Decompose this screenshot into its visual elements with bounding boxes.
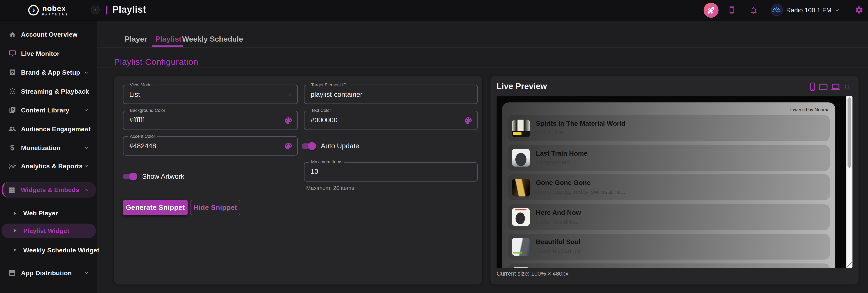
sidebar-item-streaming-playback[interactable]: Streaming & Playback	[2, 84, 96, 98]
album-art	[512, 149, 530, 166]
live-preview-title: Live Preview	[497, 82, 547, 91]
palette-icon[interactable]	[284, 142, 292, 153]
sidebar-item-weekly-schedule-widget[interactable]: Weekly Schedule Widget	[2, 243, 96, 257]
preview-fullscreen-button[interactable]	[844, 84, 850, 90]
view-mode-select[interactable]: View Mode List	[123, 85, 298, 104]
accent-color-field: Accent Color	[123, 136, 298, 156]
sidebar-item-analytics-reports[interactable]: Analytics & Reports	[2, 159, 96, 173]
sidebar-item-label: Widgets & Embeds	[21, 187, 79, 193]
rocket-launch-button[interactable]	[704, 3, 718, 18]
maximum-items-input[interactable]	[305, 163, 477, 181]
album-art	[512, 119, 530, 137]
preview-scrollbar[interactable]	[846, 96, 852, 268]
view-mode-value: List	[129, 91, 140, 99]
sidebar-item-web-player[interactable]: Web Player	[2, 206, 96, 220]
settings-box-icon	[8, 69, 16, 76]
section-heading: Playlist Configuration	[114, 57, 198, 67]
tab-player[interactable]: Player	[125, 35, 147, 43]
track-title: Beautiful Soul	[536, 239, 581, 246]
chevron-down-icon	[84, 270, 89, 275]
sidebar-collapse-button[interactable]: ‹	[91, 5, 100, 14]
sidebar-item-app-distribution[interactable]: App Distribution	[2, 265, 96, 280]
playlist-config-card: View Mode List Target Element ID Backgro…	[114, 76, 482, 285]
target-element-id-input[interactable]	[305, 85, 477, 103]
hide-snippet-button[interactable]: Hide Snippet	[190, 200, 240, 215]
main-content: Player Playlist Weekly Schedule Playlist…	[97, 21, 868, 293]
people-icon	[8, 125, 16, 132]
track-row[interactable]: Here And Now Luther Vandross	[508, 204, 830, 230]
maximum-items-field: Maximum Items	[304, 162, 478, 181]
palette-icon[interactable]	[464, 116, 473, 127]
insights-icon	[8, 162, 16, 170]
tab-playlist[interactable]: Playlist	[155, 35, 181, 43]
rocket-icon	[707, 6, 715, 14]
chevron-down-icon	[834, 7, 840, 13]
preview-frame: Powered by Nobex Spirits In The Material…	[497, 96, 852, 268]
sidebar-item-playlist-widget[interactable]: Playlist Widget	[2, 223, 96, 238]
powered-by-label: Powered by Nobex	[788, 107, 828, 112]
notifications-button[interactable]	[749, 6, 758, 14]
track-list: Spirits In The Material World The Police…	[508, 115, 830, 268]
home-icon	[8, 31, 16, 38]
track-row[interactable]: Spirits In The Material World The Police	[508, 115, 830, 141]
toggle-thumb	[308, 142, 316, 150]
track-artist: David Guetta, Teddy Swims & To...	[536, 189, 625, 195]
sidebar-item-label: App Distribution	[21, 269, 72, 276]
sidebar-item-label: Account Overview	[21, 31, 78, 38]
palette-icon[interactable]	[284, 116, 292, 127]
station-selector[interactable]	[834, 7, 840, 13]
sidebar-item-live-monitor[interactable]: Live Monitor	[2, 46, 96, 61]
video-library-icon	[8, 106, 16, 113]
toggle-label: Show Artwork	[142, 173, 184, 181]
avatar-caption: Radio 100.1 FM	[771, 11, 783, 13]
sidebar-item-content-library[interactable]: Content Library	[2, 103, 96, 117]
album-art	[512, 238, 530, 255]
album-art	[512, 178, 530, 196]
sidebar-item-widgets-embeds[interactable]: Widgets & Embeds	[2, 182, 96, 198]
preview-desktop-button[interactable]	[831, 84, 840, 90]
gear-icon	[855, 5, 864, 14]
tablet-icon	[819, 84, 828, 90]
sidebar-item-monetization[interactable]: $ Monetization	[2, 140, 96, 155]
sidebar-item-account-overview[interactable]: Account Overview	[2, 27, 96, 41]
track-row[interactable]: Beautiful Soul Jesse McCartney	[508, 234, 830, 260]
station-name: Radio 100.1 FM	[786, 7, 832, 13]
page-title: Playlist	[113, 4, 146, 15]
heading-divider	[97, 67, 868, 68]
maximum-items-helper: Maximum: 20 items	[306, 185, 354, 191]
tab-weekly-schedule[interactable]: Weekly Schedule	[182, 35, 243, 43]
scrollbar-thumb[interactable]	[847, 97, 851, 168]
top-bar: ♪ nobex PARTNERS Playlist	[0, 0, 868, 21]
dollar-icon: $	[8, 143, 16, 152]
mobile-app-button[interactable]	[728, 6, 736, 14]
title-accent-bar	[105, 6, 107, 14]
toggle-track	[301, 143, 315, 149]
generate-snippet-button[interactable]: Generate Snippet	[123, 200, 188, 215]
station-avatar[interactable]: Radio 100.1 FM	[771, 4, 783, 16]
sidebar-item-label: Web Player	[23, 210, 58, 217]
toggle-track	[123, 174, 136, 180]
sidebar-divider	[0, 178, 97, 179]
background-color-input[interactable]	[123, 111, 297, 129]
nobex-logo[interactable]: ♪ nobex PARTNERS	[0, 4, 97, 16]
target-element-id-field: Target Element ID	[304, 85, 478, 104]
settings-button[interactable]	[855, 5, 864, 14]
background-color-field: Background Color	[123, 110, 298, 130]
laptop-icon	[831, 84, 840, 90]
sidebar-item-audience-engagement[interactable]: Audience Engagement	[2, 122, 96, 136]
track-row[interactable]: Gone Gone Gone David Guetta, Teddy Swims…	[508, 174, 830, 200]
track-row[interactable]	[508, 263, 830, 268]
toggle-thumb	[129, 173, 137, 181]
preview-mobile-button[interactable]	[810, 83, 815, 91]
auto-update-toggle[interactable]: Auto Update	[301, 142, 359, 150]
sidebar-item-label: Analytics & Reports	[21, 163, 83, 169]
preview-tablet-button[interactable]	[819, 84, 828, 90]
accent-color-input[interactable]	[123, 137, 297, 155]
show-artwork-toggle[interactable]: Show Artwork	[123, 173, 184, 181]
text-color-input[interactable]	[305, 111, 477, 129]
select-caret-icon	[287, 94, 292, 96]
resize-handle-icon[interactable]	[847, 262, 852, 267]
collapse-chevron-icon: ‹	[94, 7, 96, 13]
sidebar-item-brand-app-setup[interactable]: Brand & App Setup	[2, 65, 96, 79]
track-row[interactable]: Last Train Home Lostprophets	[508, 145, 830, 171]
